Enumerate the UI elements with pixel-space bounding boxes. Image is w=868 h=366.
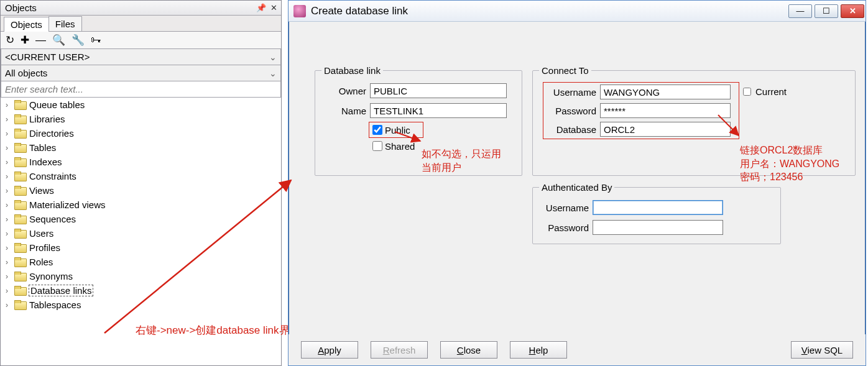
shared-label: Shared <box>385 141 415 152</box>
view-sql-button[interactable]: View SQL <box>791 341 853 359</box>
refresh-button[interactable]: Refresh <box>371 341 428 359</box>
name-input[interactable] <box>370 103 507 118</box>
minimize-button[interactable]: — <box>788 4 812 18</box>
auth-password-input[interactable] <box>593 220 723 235</box>
tree-item[interactable]: ›Libraries <box>1 112 281 126</box>
chevron-right-icon: › <box>6 158 14 167</box>
scope-dropdown[interactable]: <CURRENT USER> ⌄ <box>1 49 281 65</box>
close-panel-icon[interactable]: ✕ <box>268 2 279 14</box>
refresh-icon[interactable]: ↻ <box>6 34 14 47</box>
folder-icon <box>14 286 27 296</box>
folder-icon <box>14 300 27 310</box>
chevron-right-icon: › <box>6 286 14 295</box>
search-icon[interactable]: 🔍 <box>52 34 65 47</box>
objects-panel: Objects 📌 ✕ Objects Files ↻ ✚ — 🔍 🔧 🗝 <C… <box>0 0 282 366</box>
help-button[interactable]: Help <box>510 341 567 359</box>
tree-item-label: Roles <box>29 257 53 267</box>
tree-item[interactable]: ›Constraints <box>1 169 281 183</box>
connect-database-input[interactable] <box>600 122 731 137</box>
group-database-link: Database link Owner Name Public Shared <box>315 65 522 176</box>
close-dialog-button[interactable]: Close <box>440 341 497 359</box>
owner-input[interactable] <box>370 83 507 98</box>
public-label: Public <box>385 125 410 135</box>
chevron-right-icon: › <box>6 244 14 252</box>
scope-dropdown-value: <CURRENT USER> <box>5 52 90 62</box>
filter-dropdown[interactable]: All objects ⌄ <box>1 65 281 81</box>
database-icon <box>293 5 306 17</box>
chevron-right-icon: › <box>6 186 14 195</box>
dialog-body: Database link Owner Name Public Shared C… <box>289 22 866 334</box>
tree-item[interactable]: ›Tables <box>1 140 281 155</box>
tree-item[interactable]: ›Views <box>1 183 281 198</box>
tree-item-label: Views <box>29 185 54 196</box>
tree-item[interactable]: ›Tablespaces <box>1 298 281 312</box>
folder-icon <box>14 243 27 253</box>
search-input[interactable] <box>1 81 280 97</box>
tree-item[interactable]: ›Indexes <box>1 155 281 169</box>
pin-icon[interactable]: 📌 <box>256 2 267 14</box>
chevron-right-icon: › <box>6 101 14 109</box>
tree-item[interactable]: ›Synonyms <box>1 269 281 283</box>
chevron-right-icon: › <box>6 272 14 281</box>
folder-icon <box>14 257 27 267</box>
chevron-right-icon: › <box>6 172 14 181</box>
tree-item-label: Libraries <box>29 114 65 124</box>
dialog-titlebar[interactable]: Create database link — ☐ ✕ <box>289 1 866 22</box>
tree-item[interactable]: ›Roles <box>1 255 281 269</box>
name-label: Name <box>321 106 366 116</box>
tree-item-label: Materialized views <box>29 199 106 210</box>
folder-icon <box>14 172 27 181</box>
objects-panel-title: Objects <box>5 2 37 13</box>
current-checkbox-row: Current <box>741 86 787 98</box>
folder-icon <box>14 200 27 210</box>
group-authenticated-by-legend: Authenticated By <box>539 182 614 193</box>
tree-item[interactable]: ›Directories <box>1 126 281 140</box>
tree-item[interactable]: ›Sequences <box>1 212 281 226</box>
tree-item[interactable]: ›Users <box>1 226 281 240</box>
tab-objects[interactable]: Objects <box>4 17 49 32</box>
auth-password-label: Password <box>539 222 589 233</box>
current-checkbox[interactable] <box>743 88 751 96</box>
wrench-icon[interactable]: 🔧 <box>72 34 85 47</box>
chevron-right-icon: › <box>6 215 14 224</box>
close-button[interactable]: ✕ <box>841 4 864 18</box>
tree-item-label: Indexes <box>29 157 62 167</box>
tab-files[interactable]: Files <box>48 16 82 31</box>
chevron-down-icon: ⌄ <box>269 52 277 62</box>
current-label: Current <box>755 86 787 97</box>
tree-item[interactable]: ›Profiles <box>1 240 281 255</box>
public-checkbox-row: Public <box>370 123 422 137</box>
public-checkbox[interactable] <box>372 125 382 135</box>
tree-item-label: Synonyms <box>29 271 73 281</box>
tree-item[interactable]: ›Database links <box>1 283 281 298</box>
folder-icon <box>14 229 27 239</box>
tree-item[interactable]: ›Materialized views <box>1 198 281 212</box>
objects-tree[interactable]: ›Queue tables›Libraries›Directories›Tabl… <box>1 98 281 365</box>
folder-icon <box>14 114 27 124</box>
connect-password-label: Password <box>547 106 596 116</box>
key-icon[interactable]: 🗝 <box>91 34 101 47</box>
tree-item-label: Tablespaces <box>29 300 81 310</box>
tree-item-label: Constraints <box>29 171 76 181</box>
chevron-right-icon: › <box>6 229 14 238</box>
remove-icon[interactable]: — <box>35 34 46 47</box>
chevron-right-icon: › <box>6 129 14 138</box>
tree-item-label: Users <box>29 228 53 239</box>
folder-icon <box>14 100 27 110</box>
tree-item-label: Queue tables <box>29 99 85 110</box>
connect-username-input[interactable] <box>600 85 731 99</box>
add-icon[interactable]: ✚ <box>21 34 29 47</box>
tree-item[interactable]: ›Queue tables <box>1 98 281 112</box>
filter-dropdown-value: All objects <box>5 68 47 78</box>
objects-tabs: Objects Files <box>1 16 281 32</box>
connect-password-input[interactable] <box>600 103 731 118</box>
tree-item-label: Tables <box>29 142 56 153</box>
apply-button[interactable]: Apply <box>301 341 358 359</box>
group-connect-to-legend: Connect To <box>539 65 591 76</box>
folder-icon <box>14 129 27 139</box>
chevron-right-icon: › <box>6 144 14 152</box>
shared-checkbox[interactable] <box>372 141 382 151</box>
maximize-button[interactable]: ☐ <box>815 4 838 18</box>
auth-username-input[interactable] <box>593 200 723 215</box>
folder-icon <box>14 214 27 224</box>
